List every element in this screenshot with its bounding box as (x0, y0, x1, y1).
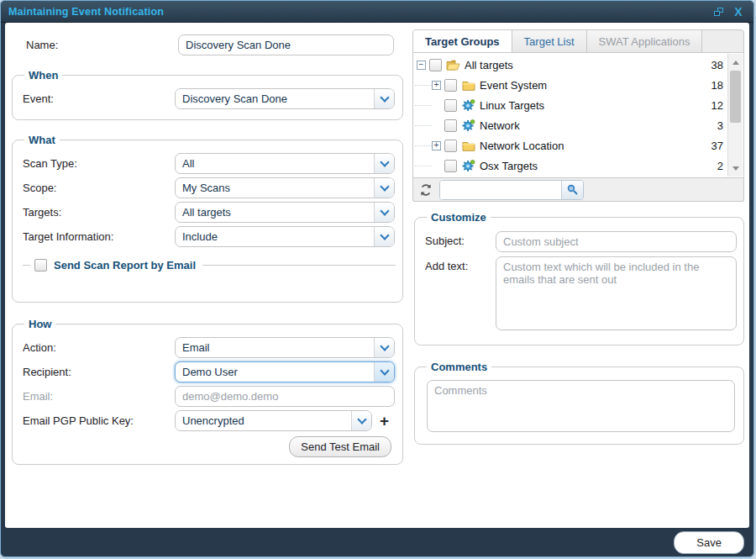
folder-icon (461, 140, 475, 152)
subject-label: Subject: (425, 231, 496, 252)
tree-checkbox[interactable] (429, 59, 442, 71)
recipient-select-trigger[interactable] (374, 362, 394, 382)
search-icon (567, 184, 578, 195)
tree-item-label: Event System (480, 79, 547, 92)
recipient-row: Recipient: Demo User (23, 361, 396, 382)
close-button[interactable]: X (731, 4, 746, 19)
scan-type-select-value: All (176, 154, 374, 173)
tree-item-label: Network (480, 119, 520, 132)
targets-select[interactable]: All targets (175, 202, 395, 223)
dialog-body: Name: When Event: Discovery Scan Done Wh… (5, 23, 749, 528)
recipient-label: Recipient: (23, 366, 175, 378)
when-legend: When (24, 69, 62, 82)
tree-row-all-targets[interactable]: All targets 38 (415, 55, 727, 75)
targets-select-trigger[interactable] (374, 203, 394, 222)
folder-open-icon (446, 59, 460, 71)
subject-input[interactable] (496, 231, 737, 252)
target-info-select[interactable]: Include (175, 226, 395, 247)
refresh-button[interactable] (417, 181, 435, 199)
tree-checkbox[interactable] (444, 99, 457, 112)
tab-swat-applications[interactable]: SWAT Applications (587, 30, 703, 52)
event-select-trigger[interactable] (374, 89, 394, 108)
tree-checkbox[interactable] (444, 160, 457, 172)
scope-select[interactable]: My Scans (175, 177, 395, 198)
tree-scrollbar[interactable] (727, 54, 743, 177)
tree-search (439, 180, 584, 200)
recipient-select[interactable]: Demo User (175, 361, 395, 382)
tree-row-network[interactable]: Network 3 (415, 115, 727, 135)
action-select-trigger[interactable] (374, 338, 394, 357)
action-select-value: Email (176, 338, 374, 357)
dialog-title: Maintaining Event Notification (8, 6, 706, 18)
tree-item-label: Osx Targets (480, 160, 538, 172)
tree-row-network-location[interactable]: Network Location 37 (415, 135, 727, 156)
add-text-textarea[interactable] (496, 256, 737, 330)
when-fieldset: When Event: Discovery Scan Done (12, 69, 403, 120)
scan-type-label: Scan Type: (23, 157, 175, 170)
target-info-select-trigger[interactable] (374, 227, 394, 246)
tree-row-linux-targets[interactable]: Linux Targets 12 (415, 95, 727, 115)
action-select[interactable]: Email (175, 337, 395, 358)
customize-legend: Customize (427, 211, 491, 224)
targets-select-value: All targets (176, 203, 374, 222)
email-input[interactable] (175, 386, 395, 407)
name-input[interactable] (178, 34, 394, 55)
chevron-down-icon (380, 206, 389, 215)
tree-item-label: Linux Targets (480, 99, 544, 112)
scan-type-select-trigger[interactable] (374, 154, 394, 173)
folder-icon (461, 79, 475, 92)
scope-select-trigger[interactable] (374, 178, 394, 198)
action-row: Action: Email (23, 337, 396, 358)
title-bar: Maintaining Event Notification X (1, 1, 753, 23)
name-label: Name: (26, 39, 178, 51)
target-groups-tree: All targets 38 Event System 18 (412, 53, 744, 178)
add-pgp-key-button[interactable]: + (380, 413, 389, 429)
scope-label: Scope: (23, 182, 175, 194)
pgp-key-label: Email PGP Public Key: (23, 414, 175, 427)
event-select-value: Discovery Scan Done (176, 89, 374, 108)
scan-type-select[interactable]: All (175, 153, 395, 174)
tree-checkbox[interactable] (444, 140, 457, 152)
targets-label: Targets: (23, 206, 175, 219)
expander-plus-icon[interactable] (432, 81, 441, 90)
event-select[interactable]: Discovery Scan Done (175, 88, 395, 109)
tree-row-event-system[interactable]: Event System 18 (415, 75, 727, 95)
add-text-label: Add text: (425, 256, 496, 334)
close-icon: X (734, 6, 742, 18)
pgp-key-select-trigger[interactable] (351, 411, 371, 430)
send-test-email-button[interactable]: Send Test Email (289, 436, 391, 457)
send-report-checkbox[interactable] (34, 259, 47, 272)
expander-plus-icon[interactable] (432, 141, 441, 150)
restore-icon (714, 8, 723, 16)
pgp-key-select[interactable]: Unencrypted (175, 410, 372, 431)
tree-checkbox[interactable] (444, 79, 457, 92)
recipient-select-value: Demo User (176, 362, 374, 382)
how-legend: How (24, 318, 55, 330)
tree-checkbox[interactable] (444, 119, 457, 132)
save-button[interactable]: Save (674, 531, 744, 554)
target-gear-icon (461, 99, 475, 112)
restore-button[interactable] (711, 4, 726, 19)
tab-target-list[interactable]: Target List (512, 30, 587, 52)
email-row: Email: (23, 386, 396, 407)
tree-search-input[interactable] (440, 181, 561, 199)
tab-target-groups[interactable]: Target Groups (413, 30, 512, 53)
event-label: Event: (23, 92, 175, 105)
pgp-key-row: Email PGP Public Key: Unencrypted + (23, 410, 396, 431)
tree-item-label: Network Location (480, 140, 564, 152)
tree-row-osx-targets[interactable]: Osx Targets 2 (415, 156, 727, 176)
expander-minus-icon[interactable] (417, 61, 426, 70)
comments-textarea[interactable] (427, 380, 735, 432)
target-gear-icon (461, 119, 475, 132)
what-legend: What (24, 134, 60, 146)
scope-select-value: My Scans (176, 178, 374, 198)
send-test-row: Send Test Email (23, 436, 391, 457)
scrollbar-thumb[interactable] (730, 71, 741, 123)
search-button[interactable] (561, 181, 583, 199)
scan-type-row: Scan Type: All (23, 153, 396, 174)
scroll-down-arrow[interactable] (728, 161, 743, 175)
email-label: Email: (23, 390, 175, 403)
scroll-up-arrow[interactable] (728, 55, 743, 69)
chevron-down-icon (380, 92, 389, 102)
customize-fieldset: Customize Subject: Add text: (414, 211, 744, 345)
